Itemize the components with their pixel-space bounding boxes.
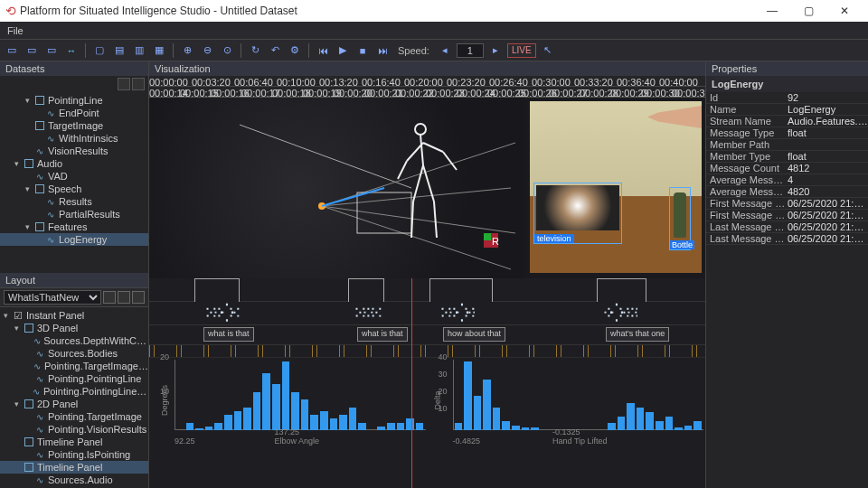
- property-row[interactable]: Average Message Late…4820: [706, 186, 868, 198]
- ruler-top[interactable]: 00:00:0000:03:2000:06:4000:10:0000:13:20…: [149, 76, 705, 87]
- property-row[interactable]: Member Typefloat: [706, 151, 868, 163]
- maximize-button[interactable]: ▢: [790, 5, 826, 17]
- property-row[interactable]: Stream NameAudio.Features.LogEne…: [706, 116, 868, 127]
- tree-item[interactable]: Timeline Panel: [0, 436, 148, 448]
- tree-item[interactable]: ∿Pointing.PointingLine.EndPoint: [0, 385, 148, 398]
- layout2-icon[interactable]: ▤: [111, 42, 127, 59]
- pointing-track[interactable]: [149, 278, 705, 302]
- property-row[interactable]: Last Message Creation…06/25/2020 21:38:3…: [706, 233, 868, 245]
- zoom-in-icon[interactable]: ⊕: [179, 42, 195, 59]
- skip-end-icon[interactable]: ⏭: [374, 42, 391, 59]
- speed-down-icon[interactable]: ◂: [437, 42, 453, 59]
- tree-item[interactable]: ▾☑Instant Panel: [0, 309, 148, 322]
- speech-box[interactable]: what is that: [203, 327, 254, 342]
- property-row[interactable]: First Message Originati…06/25/2020 21:37…: [706, 198, 868, 210]
- tree-item[interactable]: ▾3D Panel: [0, 322, 148, 334]
- layout-select[interactable]: WhatIsThatNew: [4, 290, 101, 305]
- tree-item[interactable]: Timeline Panel: [0, 461, 148, 474]
- layout-btn2-icon[interactable]: [118, 291, 130, 304]
- timeline-tracks[interactable]: ⁙⁘⁛⁙⁙⁘⁙ ⁙⁘⁛⁙⁘⁘⁛⁙⁘⁙ what is thatwhat is t…: [149, 278, 705, 488]
- layout1-icon[interactable]: ▢: [91, 42, 108, 59]
- layout3-icon[interactable]: ▥: [131, 42, 147, 59]
- cursor-icon[interactable]: ↖: [540, 42, 556, 59]
- tree-item[interactable]: ▾2D Panel: [0, 398, 148, 410]
- tree-item[interactable]: TargetImage: [0, 119, 148, 132]
- skip-start-icon[interactable]: ⏮: [315, 42, 331, 59]
- layout4-icon[interactable]: ▦: [151, 42, 167, 59]
- tree-item[interactable]: ▾Features: [0, 221, 148, 233]
- speech-box[interactable]: what is that: [357, 327, 408, 342]
- minimize-button[interactable]: —: [754, 5, 790, 17]
- tree-item[interactable]: ∿Results: [0, 195, 148, 208]
- ruler-zoom[interactable]: 00:00:1400:00:1500:00:1600:00:1700:00:18…: [149, 87, 705, 98]
- link-icon[interactable]: ↔: [63, 42, 80, 59]
- tree-item[interactable]: ∿Pointing.VisionResults: [0, 423, 148, 436]
- chart[interactable]: Degrees92.25137.25Elbow Angle1020: [151, 360, 426, 446]
- property-row[interactable]: Last Message Originati…06/25/2020 21:38:…: [706, 221, 868, 233]
- tree-collapse-icon[interactable]: [132, 78, 145, 90]
- hash-track[interactable]: [149, 345, 705, 358]
- tree-item[interactable]: ∿VisionResults: [0, 145, 148, 157]
- tree-item[interactable]: ∿Sources.Audio: [0, 474, 148, 486]
- layout-tree: ▾☑Instant Panel▾3D Panel∿Sources.DepthWi…: [0, 307, 148, 488]
- tree-item[interactable]: ▾Audio: [0, 157, 148, 170]
- open-icon[interactable]: ▭: [24, 42, 40, 59]
- tree-label: Pointing.PointingLine.EndPoint: [43, 386, 148, 397]
- detection-bottle: Bottle: [669, 187, 691, 250]
- stop-icon[interactable]: ■: [354, 42, 371, 59]
- tree-item[interactable]: ▾Speech: [0, 183, 148, 195]
- tree-item[interactable]: ∿PartialResults: [0, 208, 148, 221]
- property-row[interactable]: Id92: [706, 92, 868, 104]
- layout-btn3-icon[interactable]: [132, 291, 145, 304]
- export-icon[interactable]: ▭: [43, 42, 60, 59]
- speech-box[interactable]: what's that one: [606, 327, 669, 342]
- tab-datasets[interactable]: Datasets: [0, 61, 148, 76]
- chart[interactable]: Delta-0.4825-0.1325Hand Tip Lifted102030…: [429, 360, 704, 446]
- tree-item[interactable]: ∿Pointing.IsPointing: [0, 448, 148, 461]
- tree-item[interactable]: ∿Pointing.TargetImage.WithInt: [0, 360, 148, 372]
- play-icon[interactable]: ▶: [335, 42, 351, 59]
- tree-expand-icon[interactable]: [118, 78, 130, 90]
- audio-track[interactable]: ⁙⁘⁛⁙⁙⁘⁙ ⁙⁘⁛⁙⁘⁘⁛⁙⁘⁙: [149, 302, 705, 325]
- live-button[interactable]: LIVE: [507, 43, 536, 58]
- tab-visualization[interactable]: Visualization: [149, 61, 705, 76]
- tree-item[interactable]: ∿WithIntrinsics: [0, 132, 148, 145]
- 3d-view[interactable]: R: [149, 98, 524, 278]
- save-icon[interactable]: ▭: [4, 42, 20, 59]
- layout-btn1-icon[interactable]: [103, 291, 116, 304]
- tab-layout[interactable]: Layout: [0, 273, 148, 287]
- tab-properties[interactable]: Properties: [706, 61, 868, 76]
- speech-track[interactable]: what is thatwhat is thathow about thatwh…: [149, 325, 705, 345]
- tree-item[interactable]: ▾PointingLine: [0, 94, 148, 107]
- tree-label: TargetImage: [48, 120, 103, 131]
- camera-view[interactable]: television Bottle: [530, 101, 702, 273]
- property-row[interactable]: First Message Creation…06/25/2020 21:37:…: [706, 210, 868, 221]
- refresh-icon[interactable]: ↻: [247, 42, 263, 59]
- undo-icon[interactable]: ↶: [267, 42, 283, 59]
- playhead[interactable]: [411, 278, 412, 488]
- tree-item[interactable]: ∿Sources.DepthWithCalibration: [0, 334, 148, 347]
- tree-label: LogEnergy: [59, 234, 107, 245]
- speed-input[interactable]: 1: [457, 43, 484, 58]
- property-row[interactable]: NameLogEnergy: [706, 104, 868, 116]
- tree-item[interactable]: ∿Pointing.PointingLine: [0, 372, 148, 385]
- property-row[interactable]: Message Count4812: [706, 163, 868, 174]
- viewport[interactable]: R television Bottle: [149, 98, 705, 278]
- property-row[interactable]: Average Message Size4: [706, 174, 868, 186]
- property-row[interactable]: Message Typefloat: [706, 127, 868, 139]
- zoom-out-icon[interactable]: ⊖: [199, 42, 215, 59]
- speech-box[interactable]: how about that: [443, 327, 505, 342]
- box-icon: [34, 120, 45, 131]
- menu-file[interactable]: File: [0, 25, 31, 36]
- tree-item[interactable]: ∿VAD: [0, 170, 148, 183]
- property-row[interactable]: Member Path: [706, 139, 868, 151]
- zoom-fit-icon[interactable]: ⊙: [219, 42, 235, 59]
- check-icon: ☑: [13, 310, 24, 321]
- speed-up-icon[interactable]: ▸: [487, 42, 504, 59]
- tree-item[interactable]: ∿Pointing.TargetImage: [0, 410, 148, 423]
- tree-item[interactable]: ∿EndPoint: [0, 107, 148, 119]
- tree-item[interactable]: ∿LogEnergy: [0, 233, 148, 246]
- close-button[interactable]: ✕: [826, 5, 863, 17]
- settings-icon[interactable]: ⚙: [287, 42, 303, 59]
- tree-item[interactable]: ∿Sources.Bodies: [0, 347, 148, 360]
